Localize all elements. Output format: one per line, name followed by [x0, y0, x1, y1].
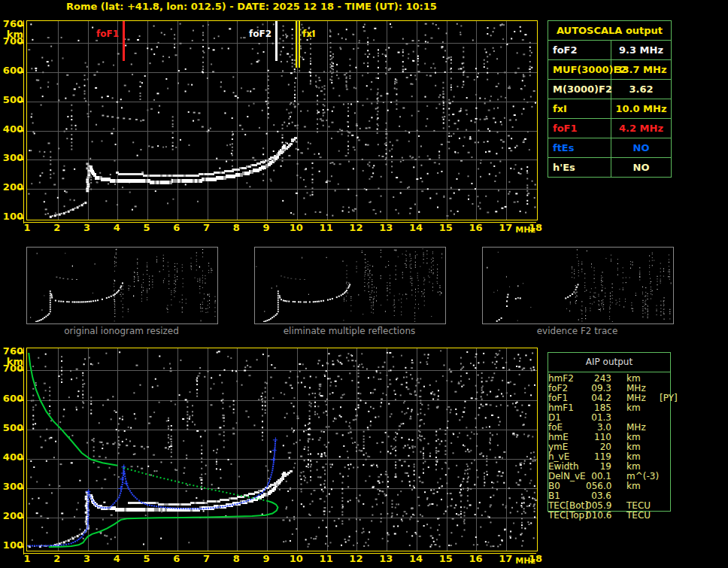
aip-table-title: AIP output	[548, 353, 670, 372]
y-axis-line-plot0	[23, 20, 24, 223]
autoscala-row-foF1: foF14.2 MHz	[548, 118, 671, 138]
aip-extra: [PY]	[655, 393, 678, 403]
autoscala-row-MUF(3000)F2: MUF(3000)F233.7 MHz	[548, 59, 671, 79]
y-tick-500-plot0: 500	[2, 95, 23, 105]
x-tick-2-plot0: 2	[47, 222, 67, 233]
ionogram-canvas	[27, 21, 537, 220]
aip-extra	[655, 442, 670, 452]
autoscala-param-value: 10.0 MHz	[611, 99, 671, 118]
autoscala-screen: { "title": "Rome (lat: +41.8, lon: 012.5…	[0, 0, 728, 568]
x-tick-2-plot1: 2	[47, 553, 67, 564]
x-tick-8-plot0: 8	[226, 222, 246, 233]
autoscala-param-label: foF1	[548, 119, 611, 138]
x-tick-5-plot1: 5	[137, 553, 156, 564]
autoscala-output-table: AUTOSCALA output foF29.3 MHzMUF(3000)F23…	[548, 20, 672, 178]
x-tick-9-plot1: 9	[256, 553, 276, 564]
autoscala-param-value: 4.2 MHz	[611, 119, 671, 138]
autoscala-row-M(3000)F2: M(3000)F23.62	[548, 79, 671, 99]
ionogram-plot-scaled: foF1 foF2 fxI	[26, 20, 538, 220]
x-tick-10-plot1: 10	[287, 553, 306, 564]
y-tick-200-plot1: 200	[2, 511, 23, 521]
x-tick-12-plot0: 12	[346, 222, 366, 233]
x-tick-17-plot0: 17	[496, 222, 515, 233]
page-title: Rome (lat: +41.8, lon: 012.5) - DATE: 20…	[66, 1, 437, 12]
y-tick-700-plot1: 700	[2, 363, 23, 374]
x-axis-unit-plot0: MHz	[515, 225, 535, 235]
x-axis-line-plot1	[23, 553, 536, 554]
y-axis-line-plot1	[23, 348, 24, 554]
autoscala-row-foF2: foF29.3 MHz	[548, 40, 671, 59]
y-tick-760-plot0: 760	[2, 19, 23, 29]
thumbnail-evidence-f2-trace	[482, 247, 674, 324]
aip-extra	[655, 501, 670, 511]
aip-row-TEC[Top]: TEC[Top]010.6TECU	[548, 511, 670, 521]
fxI-marker-label: fxI	[302, 29, 315, 39]
aip-extra	[655, 413, 670, 423]
y-tick-600-plot0: 600	[2, 65, 23, 76]
x-tick-15-plot1: 15	[436, 553, 456, 564]
thumbnail-caption-1: original ionogram resized	[26, 326, 217, 336]
x-tick-16-plot0: 16	[466, 222, 485, 233]
aip-label: TEC[Top]	[548, 511, 586, 521]
x-tick-5-plot0: 5	[137, 222, 156, 233]
x-tick-17-plot1: 17	[496, 553, 515, 564]
x-tick-15-plot0: 15	[436, 222, 456, 233]
x-tick-14-plot0: 14	[406, 222, 426, 233]
x-tick-7-plot1: 7	[197, 553, 217, 564]
x-tick-6-plot0: 6	[167, 222, 187, 233]
aip-unit: TECU	[611, 511, 655, 521]
aip-extra	[655, 374, 670, 384]
autoscala-param-value: NO	[611, 138, 671, 157]
x-tick-10-plot0: 10	[287, 222, 306, 233]
y-tick-300-plot1: 300	[2, 481, 23, 492]
y-tick-200-plot0: 200	[2, 182, 23, 193]
aip-extra	[655, 481, 670, 491]
x-tick-12-plot1: 12	[346, 553, 366, 564]
y-tick-400-plot1: 400	[2, 452, 23, 463]
aip-extra	[655, 452, 670, 462]
autoscala-param-label: MUF(3000)F2	[548, 60, 611, 79]
aip-extra	[655, 433, 670, 442]
x-tick-3-plot1: 3	[77, 553, 97, 564]
aip-extra	[655, 403, 670, 413]
autoscala-table-rows: foF29.3 MHzMUF(3000)F233.7 MHzM(3000)F23…	[548, 40, 671, 177]
y-tick-100-plot1: 100	[2, 540, 23, 551]
autoscala-param-label: ftEs	[548, 138, 611, 157]
thumbnail-eliminate-reflections	[254, 247, 446, 324]
aip-unit: km	[611, 403, 655, 413]
aip-extra	[655, 472, 670, 481]
autoscala-param-label: h'Es	[548, 158, 611, 177]
aip-extra	[655, 511, 670, 521]
foF2-marker-label: foF2	[241, 29, 271, 39]
autoscala-param-label: fxI	[548, 99, 611, 118]
autoscala-param-value: 33.7 MHz	[611, 60, 671, 79]
ionogram-plot-profile	[26, 348, 538, 551]
x-tick-9-plot0: 9	[256, 222, 276, 233]
thumbnail-caption-2: eliminate multiple reflections	[253, 326, 445, 336]
thumbnail-caption-3: evidence F2 trace	[481, 326, 673, 336]
x-tick-6-plot1: 6	[167, 553, 187, 564]
autoscala-param-value: 3.62	[611, 80, 671, 99]
x-tick-11-plot1: 11	[317, 553, 336, 564]
x-tick-8-plot1: 8	[226, 553, 246, 564]
autoscala-row-fxI: fxI10.0 MHz	[548, 99, 671, 118]
y-tick-760-plot1: 760	[2, 346, 23, 357]
y-tick-100-plot0: 100	[2, 211, 23, 222]
autoscala-param-label: foF2	[548, 41, 611, 59]
x-tick-14-plot1: 14	[406, 553, 426, 564]
x-tick-4-plot1: 4	[107, 553, 126, 564]
y-tick-300-plot0: 300	[2, 153, 23, 163]
profile-canvas	[27, 348, 537, 551]
autoscala-param-value: NO	[611, 158, 671, 177]
x-tick-3-plot0: 3	[77, 222, 97, 233]
y-tick-600-plot1: 600	[2, 393, 23, 404]
thumbnail-original-ionogram	[26, 247, 218, 324]
x-tick-1-plot0: 1	[17, 222, 37, 233]
x-tick-16-plot1: 16	[466, 553, 485, 564]
foF1-marker-label: foF1	[89, 29, 119, 39]
autoscala-row-h'Es: h'EsNO	[548, 157, 671, 177]
aip-unit: km	[611, 481, 655, 491]
y-tick-400-plot0: 400	[2, 124, 23, 135]
autoscala-param-value: 9.3 MHz	[611, 41, 671, 59]
x-tick-13-plot1: 13	[376, 553, 396, 564]
